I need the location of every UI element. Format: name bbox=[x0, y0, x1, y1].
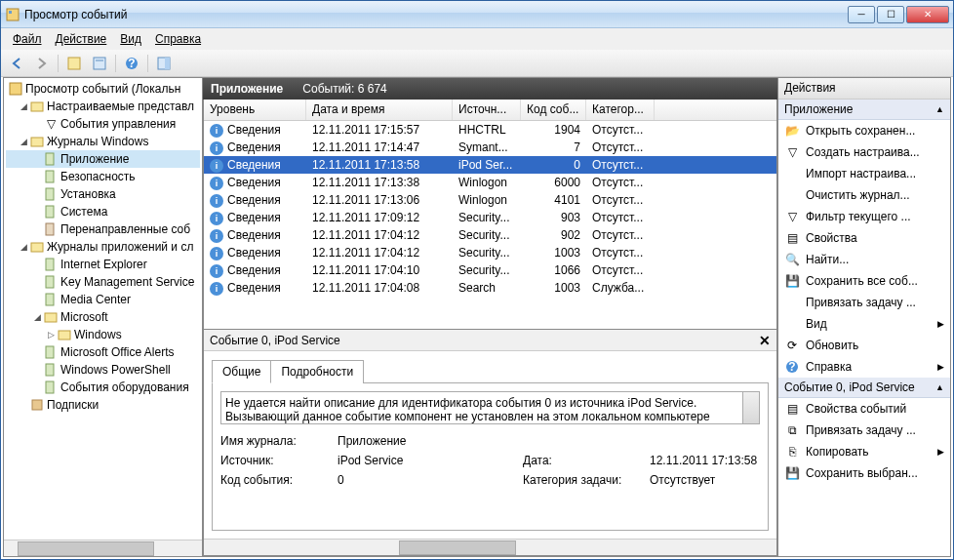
menu-help[interactable]: Справка bbox=[149, 30, 207, 48]
window-title: Просмотр событий bbox=[24, 8, 848, 21]
value-source: iPod Service bbox=[338, 454, 513, 467]
tree-label: Windows PowerShell bbox=[60, 363, 171, 377]
tree-hw[interactable]: События оборудования bbox=[6, 379, 200, 396]
table-row[interactable]: iСведения12.11.2011 17:14:47Symant...7От… bbox=[204, 139, 776, 156]
action-find[interactable]: 🔍Найти... bbox=[778, 249, 950, 270]
maximize-button[interactable]: ☐ bbox=[877, 6, 904, 23]
tree-windows-logs[interactable]: ◢Журналы Windows bbox=[6, 133, 200, 150]
minimize-button[interactable]: ─ bbox=[848, 6, 875, 23]
tree-ps[interactable]: Windows PowerShell bbox=[6, 361, 200, 379]
col-category[interactable]: Категор... bbox=[586, 100, 655, 120]
tree-ms[interactable]: ◢Microsoft bbox=[6, 308, 200, 326]
action-attach-task[interactable]: Привязать задачу ... bbox=[778, 292, 950, 313]
tree-system[interactable]: Система bbox=[6, 203, 200, 220]
action-view[interactable]: Вид▶ bbox=[778, 313, 950, 335]
actions-section-event[interactable]: Событие 0, iPod Service▲ bbox=[778, 378, 950, 398]
menu-view[interactable]: Вид bbox=[114, 30, 147, 48]
collapse-icon[interactable]: ◢ bbox=[18, 241, 29, 253]
action-label: Открыть сохранен... bbox=[806, 124, 915, 138]
tree-security[interactable]: Безопасность bbox=[6, 168, 200, 185]
tree-kms[interactable]: Key Management Service bbox=[6, 273, 200, 291]
menu-action[interactable]: Действие bbox=[50, 30, 113, 48]
action-label: Справка bbox=[806, 360, 852, 374]
tree-admin-events[interactable]: ▽События управления bbox=[6, 115, 200, 133]
action-filter[interactable]: ▽Фильтр текущего ... bbox=[778, 206, 950, 227]
tree-mc[interactable]: Media Center bbox=[6, 291, 200, 308]
collapse-icon[interactable]: ◢ bbox=[18, 136, 29, 147]
description-box[interactable]: Не удается найти описание для идентифика… bbox=[220, 391, 760, 424]
svg-rect-3 bbox=[94, 58, 105, 69]
save-icon: 💾 bbox=[784, 465, 800, 481]
properties-button[interactable] bbox=[88, 53, 111, 74]
tree-office[interactable]: Microsoft Office Alerts bbox=[6, 343, 200, 361]
detail-close-button[interactable]: ✕ bbox=[759, 333, 771, 348]
svg-rect-21 bbox=[45, 313, 57, 322]
description-text: Не удается найти описание для идентифика… bbox=[225, 396, 710, 423]
action-save-selected[interactable]: 💾Сохранить выбран... bbox=[778, 462, 950, 484]
col-code[interactable]: Код соб... bbox=[521, 100, 586, 120]
detail-header: Событие 0, iPod Service ✕ bbox=[204, 330, 776, 351]
tab-general[interactable]: Общие bbox=[212, 360, 271, 383]
table-row[interactable]: iСведения12.11.2011 17:04:10Security...1… bbox=[204, 261, 776, 279]
tree-app-logs[interactable]: ◢Журналы приложений и сл bbox=[6, 238, 200, 256]
collapse-icon: ▲ bbox=[935, 104, 944, 114]
expand-icon[interactable]: ▷ bbox=[45, 329, 57, 340]
tree-forwarded[interactable]: Перенаправленные соб bbox=[6, 220, 200, 238]
tree-hscroll[interactable] bbox=[4, 540, 202, 556]
info-icon: i bbox=[210, 159, 223, 173]
table-row[interactable]: iСведения12.11.2011 17:13:06Winlogon4101… bbox=[204, 191, 776, 209]
action-attach-task-event[interactable]: ⧉Привязать задачу ... bbox=[778, 420, 950, 441]
tree-pane[interactable]: Просмотр событий (Локальн ◢Настраиваемые… bbox=[3, 77, 203, 557]
tree-setup[interactable]: Установка bbox=[6, 185, 200, 203]
action-refresh[interactable]: ⟳Обновить bbox=[778, 335, 950, 356]
table-row[interactable]: iСведения12.11.2011 17:04:12Security...1… bbox=[204, 244, 776, 261]
close-button[interactable]: ✕ bbox=[906, 6, 949, 23]
event-grid[interactable]: Уровень Дата и время Источн... Код соб..… bbox=[203, 100, 777, 330]
col-level[interactable]: Уровень bbox=[204, 100, 306, 120]
tree-root[interactable]: Просмотр событий (Локальн bbox=[6, 80, 200, 98]
detail-hscroll[interactable] bbox=[204, 539, 776, 555]
action-help[interactable]: ?Справка▶ bbox=[778, 356, 950, 378]
action-save-all[interactable]: 💾Сохранить все соб... bbox=[778, 270, 950, 292]
tree-label: Установка bbox=[60, 187, 116, 201]
action-copy[interactable]: ⎘Копировать▶ bbox=[778, 441, 950, 462]
help-button[interactable]: ? bbox=[120, 53, 143, 74]
svg-rect-9 bbox=[10, 83, 21, 95]
col-source[interactable]: Источн... bbox=[453, 100, 521, 120]
tree-custom-views[interactable]: ◢Настраиваемые представл bbox=[6, 98, 200, 115]
forward-button[interactable] bbox=[30, 53, 54, 74]
table-row[interactable]: iСведения12.11.2011 17:13:38Winlogon6000… bbox=[204, 174, 776, 191]
table-row[interactable]: iСведения12.11.2011 17:15:57HHCTRL1904От… bbox=[204, 121, 776, 139]
action-create-custom[interactable]: ▽Создать настраива... bbox=[778, 141, 950, 163]
back-button[interactable] bbox=[5, 53, 28, 74]
titlebar[interactable]: Просмотр событий ─ ☐ ✕ bbox=[1, 1, 953, 28]
tree-ie[interactable]: Internet Explorer bbox=[6, 256, 200, 273]
action-event-properties[interactable]: ▤Свойства событий bbox=[778, 398, 950, 420]
tree-label: Просмотр событий (Локальн bbox=[25, 82, 180, 96]
tree-application[interactable]: Приложение bbox=[6, 150, 200, 168]
tree-subs[interactable]: Подписки bbox=[6, 396, 200, 414]
actions-section-app[interactable]: Приложение▲ bbox=[778, 100, 950, 120]
panel-button[interactable] bbox=[152, 53, 176, 74]
collapse-icon[interactable]: ◢ bbox=[31, 311, 43, 323]
table-row[interactable]: iСведения12.11.2011 17:04:12Security...9… bbox=[204, 226, 776, 244]
action-properties[interactable]: ▤Свойства bbox=[778, 227, 950, 249]
collapse-icon[interactable]: ◢ bbox=[18, 100, 29, 112]
col-date[interactable]: Дата и время bbox=[306, 100, 453, 120]
refresh-icon: ⟳ bbox=[784, 338, 800, 353]
table-row[interactable]: iСведения12.11.2011 17:04:08Search1003Сл… bbox=[204, 279, 776, 297]
menubar: Файл Действие Вид Справка bbox=[1, 28, 953, 50]
center-title: Приложение bbox=[211, 82, 283, 96]
tree-windows[interactable]: ▷Windows bbox=[6, 326, 200, 343]
action-import[interactable]: Импорт настраива... bbox=[778, 163, 950, 184]
tab-details[interactable]: Подробности bbox=[270, 360, 364, 383]
table-row[interactable]: iСведения12.11.2011 17:09:12Security...9… bbox=[204, 209, 776, 226]
tree-label: Настраиваемые представл bbox=[47, 100, 194, 113]
filter-icon: ▽ bbox=[784, 144, 800, 160]
show-tree-button[interactable] bbox=[62, 53, 86, 74]
action-clear[interactable]: Очистить журнал... bbox=[778, 184, 950, 206]
filter-icon: ▽ bbox=[784, 209, 800, 224]
action-open-saved[interactable]: 📂Открыть сохранен... bbox=[778, 120, 950, 141]
table-row[interactable]: iСведения12.11.2011 17:13:58iPod Ser...0… bbox=[204, 156, 776, 174]
menu-file[interactable]: Файл bbox=[7, 30, 48, 48]
